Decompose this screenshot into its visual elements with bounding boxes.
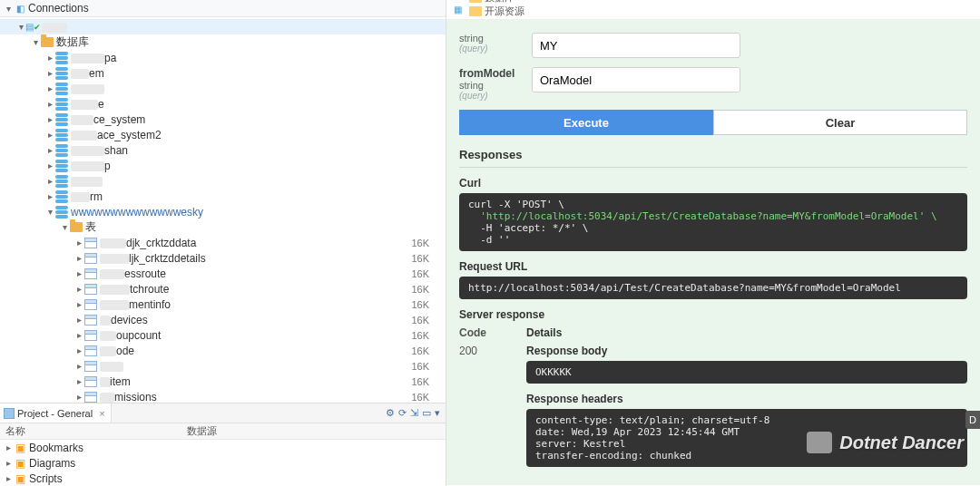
- db-node[interactable]: ▸rm: [0, 189, 446, 204]
- param-input-frommodel[interactable]: [532, 67, 740, 92]
- project-item[interactable]: ▸▣Scripts: [0, 471, 446, 486]
- refresh-icon[interactable]: ⟳: [398, 407, 407, 419]
- project-item[interactable]: ▸▣Diagrams: [0, 455, 446, 471]
- execute-button[interactable]: Execute: [459, 110, 713, 135]
- table-row[interactable]: ▸ode16K: [0, 343, 446, 358]
- more-icon[interactable]: ▾: [435, 407, 440, 419]
- project-icon: [4, 408, 15, 419]
- databases-folder[interactable]: ▾ 数据库: [0, 34, 446, 50]
- database-icon: ◧: [16, 4, 24, 14]
- connections-title: Connections: [28, 2, 89, 15]
- table-row[interactable]: ▸mentinfo16K: [0, 296, 446, 312]
- project-columns-header: 名称 数据源: [0, 423, 446, 440]
- curl-heading: Curl: [459, 177, 967, 190]
- db-node[interactable]: ▸ce_system: [0, 112, 446, 127]
- clear-button[interactable]: Clear: [713, 110, 967, 135]
- download-button[interactable]: D: [965, 411, 980, 429]
- db-node[interactable]: ▸p: [0, 158, 446, 173]
- folder-icon: [469, 6, 482, 16]
- response-headers-heading: Response headers: [526, 393, 967, 405]
- table-row[interactable]: ▸ljk_crktzddetails16K: [0, 250, 446, 266]
- folder-icon: [469, 0, 482, 3]
- db-active[interactable]: ▾ wwwwwwwwwwwwwwesky: [0, 204, 446, 219]
- table-row[interactable]: ▸16K: [0, 358, 446, 374]
- table-row[interactable]: ▸essroute16K: [0, 266, 446, 281]
- param-type: string: [459, 33, 532, 44]
- db-node[interactable]: ▸: [0, 173, 446, 189]
- connections-panel-header: ▾ ◧ Connections: [0, 0, 446, 17]
- collapse-icon[interactable]: ▾: [4, 4, 13, 14]
- db-node[interactable]: ▸pa: [0, 50, 446, 65]
- response-body-heading: Response body: [526, 345, 967, 357]
- request-url-heading: Request URL: [459, 260, 967, 273]
- apps-icon[interactable]: ▦: [454, 5, 462, 15]
- param-label-frommodel: fromModel: [459, 67, 532, 80]
- db-node[interactable]: ▸e: [0, 96, 446, 112]
- tables-folder[interactable]: ▾ 表: [0, 219, 446, 235]
- expand-icon[interactable]: ⇲: [410, 407, 418, 419]
- server-response-heading: Server response: [459, 308, 967, 321]
- table-row[interactable]: ▸djk_crktzddata16K: [0, 235, 446, 250]
- request-url-block[interactable]: http://localhost:5034/api/Test/CreateDat…: [459, 277, 967, 299]
- connection-root[interactable]: ▾ ▤✔: [0, 19, 446, 34]
- db-node[interactable]: ▸em: [0, 65, 446, 81]
- bookmark-item[interactable]: 开源资源: [469, 5, 537, 18]
- response-headers-block[interactable]: content-type: text/plain; charset=utf-8 …: [526, 409, 967, 467]
- details-column-header: Details: [526, 326, 967, 339]
- response-code: 200: [459, 345, 514, 467]
- browser-bookmarks-bar: ▦ 翻译 前端 .NET技术栈 数据库 开源资源 快速访问 案例和参考 ROS …: [446, 0, 980, 20]
- table-row[interactable]: ▸missions16K: [0, 389, 446, 403]
- connections-tree: ▾ ▤✔ ▾ 数据库 ▸pa▸em▸▸e▸ce_system▸ace_syste…: [0, 17, 446, 403]
- param-type: string: [459, 80, 532, 91]
- close-icon[interactable]: ×: [99, 408, 104, 419]
- table-row[interactable]: ▸tchroute16K: [0, 281, 446, 296]
- responses-heading: Responses: [459, 148, 967, 161]
- table-row[interactable]: ▸item16K: [0, 374, 446, 389]
- tab-project-general[interactable]: Project - General ×: [0, 403, 112, 423]
- param-in: (query): [459, 91, 532, 101]
- project-item[interactable]: ▸▣Bookmarks: [0, 440, 446, 455]
- table-row[interactable]: ▸oupcount16K: [0, 327, 446, 343]
- table-row[interactable]: ▸devices16K: [0, 312, 446, 327]
- param-input-name[interactable]: [532, 33, 740, 58]
- db-node[interactable]: ▸ace_system2: [0, 127, 446, 142]
- curl-block[interactable]: curl -X 'POST' \ 'http://localhost:5034/…: [459, 193, 967, 251]
- collapse-icon[interactable]: ▭: [422, 407, 431, 419]
- gear-icon[interactable]: ⚙: [386, 407, 395, 419]
- db-node[interactable]: ▸: [0, 81, 446, 96]
- code-column-header: Code: [459, 326, 514, 339]
- db-node[interactable]: ▸shan: [0, 142, 446, 158]
- response-body-block[interactable]: OKKKKK: [526, 361, 967, 384]
- param-in: (query): [459, 44, 532, 53]
